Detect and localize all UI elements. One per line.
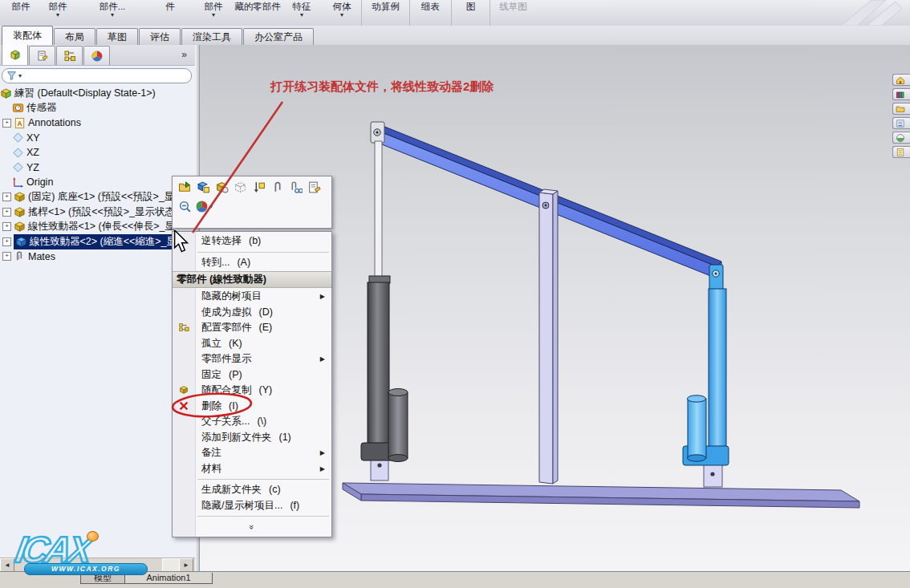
menu-item-label: 零部件显示 (201, 353, 252, 364)
command-button-9[interactable]: 细表 (409, 0, 451, 26)
menu-item-14[interactable]: 材料▶ (173, 461, 331, 477)
ctx-toolbar-view-mates-button[interactable] (289, 180, 303, 197)
ctx-toolbar-appearance-ball-button[interactable]: ▾ (195, 200, 213, 213)
tree-item-0[interactable]: 練習 (Default<Display State-1>) (0, 86, 190, 101)
taskpane-tab-view-palette[interactable] (892, 117, 910, 129)
menu-item-12[interactable]: 添加到新文件夹(1) (173, 430, 331, 446)
fm-tab-appearances[interactable] (83, 46, 110, 65)
funnel-icon (6, 71, 17, 81)
ctx-toolbar-open-part-button[interactable] (178, 180, 192, 197)
ctx-toolbar-component-properties-button[interactable] (307, 180, 321, 197)
menu-item-label: 备注 (201, 447, 221, 458)
command-button-label: 何体 (333, 2, 351, 11)
appearance-ball-icon (195, 200, 209, 213)
ribbon-tab-5[interactable]: 办公室产品 (243, 28, 314, 45)
scroll-left-button[interactable]: ◄ (0, 558, 14, 571)
menu-item-label: 使成为虚拟 (201, 306, 252, 318)
scroll-right-button[interactable]: ► (179, 558, 193, 571)
command-button-2[interactable]: 部件...▾ (77, 0, 148, 26)
tree-expand-button[interactable]: + (2, 252, 11, 261)
menu-item-shortcut: (I) (229, 400, 238, 412)
tree-item-5[interactable]: YZ (0, 160, 190, 176)
command-button-7[interactable]: 何体▾ (323, 0, 361, 26)
command-button-5[interactable]: 藏的零部件 (234, 0, 281, 26)
tree-item-6[interactable]: Origin (0, 175, 190, 190)
tree-item-8[interactable]: +搖桿<1> (預設<<預設>_显示状态 (0, 205, 190, 220)
tree-item-7[interactable]: +(固定) 底座<1> (預設<<預設>_显 (0, 190, 190, 205)
ctx-toolbar-zoom-region-button[interactable] (178, 200, 192, 213)
ribbon-tab-1[interactable]: 布局 (54, 28, 95, 45)
tab-animation1[interactable]: Animation1 (124, 573, 213, 584)
tree-item-3[interactable]: XY (0, 131, 190, 146)
tree-expand-button[interactable]: + (2, 193, 11, 201)
ctx-toolbar-hide-component-button[interactable] (234, 180, 247, 197)
feature-manager-panel: » ▾ 練習 (Default<Display State-1>)传感器+AAn… (0, 45, 195, 571)
tab-model[interactable]: 模型 (80, 573, 125, 584)
menu-item-10[interactable]: 删除(I) (173, 399, 331, 415)
menu-item-11[interactable]: 父子关系...(\) (173, 414, 331, 430)
menu-item-9[interactable]: 随配合复制(Y) (173, 383, 331, 399)
command-button-10[interactable]: 图 (451, 0, 490, 26)
ribbon-tab-2[interactable]: 草图 (96, 28, 138, 45)
dropdown-arrow-icon: ▾ (56, 12, 59, 18)
taskpane-tab-custom-properties[interactable] (892, 146, 910, 158)
menu-item-5[interactable]: 配置零部件(E) (173, 320, 331, 336)
menu-item-1[interactable]: 转到...(A) (173, 255, 331, 271)
menu-item-0[interactable]: 逆转选择(b) (173, 233, 331, 249)
panel-horizontal-scrollbar[interactable]: ◄ ► (0, 558, 195, 571)
ctx-toolbar-dissolve-subassembly-button[interactable] (252, 180, 266, 197)
command-button-4[interactable]: 部件▾ (193, 0, 234, 26)
tree-item-4[interactable]: XZ (0, 145, 190, 160)
ctx-toolbar-mate-button[interactable] (270, 180, 284, 197)
ribbon-tab-0[interactable]: 装配体 (2, 26, 53, 45)
menu-item-label: 逆转选择 (201, 235, 242, 246)
command-button-0[interactable]: 部件 (3, 0, 39, 26)
menu-item-16[interactable]: 隐藏/显示树项目...(f) (173, 498, 331, 514)
menu-item-shortcut: (D) (259, 306, 273, 318)
menu-item-15[interactable]: 生成新文件夹(c) (173, 482, 331, 498)
menu-item-7[interactable]: 零部件显示▶ (173, 351, 331, 367)
taskpane-tab-resources[interactable] (892, 74, 910, 86)
features-icon (9, 49, 22, 62)
tree-item-label: Origin (26, 176, 53, 188)
command-manager-bar: 部件部件▾部件...▾件部件▾藏的零部件特征▾何体▾动算例细表图线草图 (0, 0, 910, 26)
tree-filter-input[interactable]: ▾ (2, 68, 192, 83)
taskpane-tab-file-explorer[interactable] (892, 103, 910, 115)
taskpane-tab-appearances-scenes[interactable] (892, 132, 910, 144)
tree-item-9[interactable]: +線性致動器<1> (伸長<<伸長>_显 (0, 220, 190, 235)
panel-more-button[interactable]: » (181, 49, 187, 60)
open-part-icon (178, 180, 192, 194)
tree-item-1[interactable]: 传感器 (0, 101, 190, 116)
command-button-8[interactable]: 动算例 (361, 0, 409, 26)
tree-item-11[interactable]: +Mates (0, 249, 190, 265)
tree-item-2[interactable]: +AAnnotations (0, 116, 190, 131)
tree-expand-button[interactable]: + (2, 208, 11, 217)
tree-expand-button[interactable]: + (2, 119, 11, 128)
command-button-6[interactable]: 特征▾ (281, 0, 323, 26)
tree-expand-button[interactable]: + (2, 222, 11, 231)
menu-item-3[interactable]: 隐藏的树项目▶ (173, 289, 331, 305)
context-toolbar-popup: ▾ (172, 176, 332, 229)
ctx-toolbar-suppress-component-button[interactable] (215, 180, 229, 197)
ribbon-tab-4[interactable]: 渲染工具 (181, 28, 242, 45)
tree-item-10[interactable]: +線性致動器<2> (縮進<<縮進>_显示状 (0, 234, 190, 249)
menu-item-4[interactable]: 使成为虚拟(D) (173, 305, 331, 321)
command-button-3[interactable]: 件 (148, 0, 193, 26)
menu-separator (197, 516, 329, 517)
menu-item-13[interactable]: 备注▶ (173, 445, 331, 461)
command-button-1[interactable]: 部件▾ (39, 0, 77, 26)
ctx-toolbar-edit-component-button[interactable] (197, 180, 210, 197)
tree-item-label: 練習 (Default<Display State-1>) (14, 87, 156, 100)
menu-item-8[interactable]: 固定(P) (173, 367, 331, 383)
fm-tab-properties[interactable] (29, 46, 55, 65)
command-button-11[interactable]: 线草图 (490, 0, 536, 26)
menu-item-label: 材料 (201, 463, 221, 474)
fm-tab-configurations[interactable] (56, 46, 83, 65)
menu-item-6[interactable]: 孤立(K) (173, 336, 331, 352)
fm-tab-features[interactable] (2, 45, 28, 65)
menu-expander-button[interactable]: » (173, 519, 331, 535)
ribbon-tabs: 装配体布局草图评估渲染工具办公室产品 (2, 26, 315, 45)
ribbon-tab-3[interactable]: 评估 (139, 28, 181, 45)
taskpane-tab-design-library[interactable] (892, 88, 910, 100)
tree-expand-button[interactable]: + (2, 237, 11, 246)
